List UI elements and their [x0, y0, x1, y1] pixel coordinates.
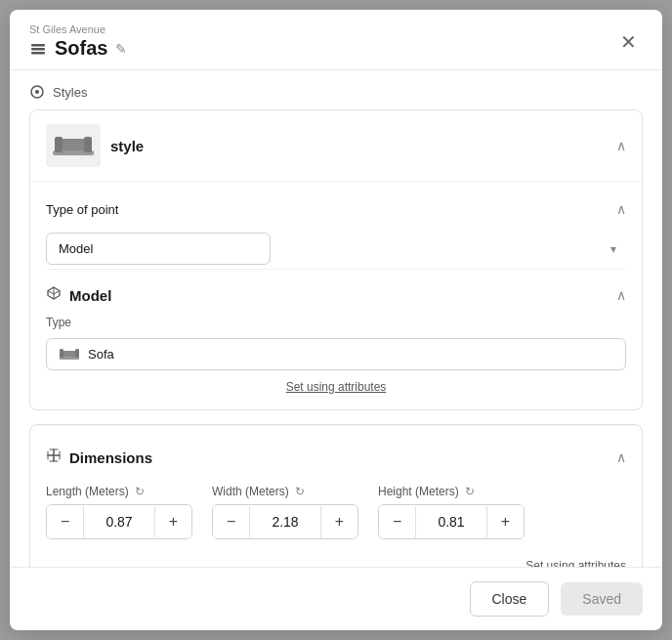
length-decrement-button[interactable]: − — [47, 505, 83, 538]
svg-rect-0 — [31, 48, 45, 51]
length-label: Length (Meters) — [46, 485, 129, 498]
styles-section-header: Styles — [29, 70, 643, 109]
modal-footer: Close Saved — [10, 567, 662, 630]
width-stepper: − 2.18 + — [212, 504, 358, 539]
width-label-row: Width (Meters) ↻ — [212, 485, 358, 498]
select-arrow-icon: ▾ — [610, 242, 616, 256]
page-title: Sofas — [55, 37, 107, 60]
modal-overlay: St Giles Avenue Sofas ✎ ✕ — [0, 0, 672, 640]
type-of-point-chevron-icon: ∧ — [616, 201, 626, 217]
model-subsection: Model ∧ Type — [46, 269, 626, 394]
dimensions-card: Dimensions ∧ Length (Meters) ↻ — [29, 424, 643, 567]
svg-rect-8 — [84, 137, 92, 152]
dimensions-set-link[interactable]: Set using attributes — [525, 559, 626, 567]
type-select[interactable]: Model Icon Symbol — [46, 233, 271, 265]
style-card-header[interactable]: style ∧ — [30, 110, 642, 181]
length-label-row: Length (Meters) ↻ — [46, 485, 192, 498]
modal-header: St Giles Avenue Sofas ✎ ✕ — [10, 10, 662, 70]
height-stepper: − 0.81 + — [378, 504, 525, 539]
type-of-point-header: Type of point ∧ — [46, 193, 626, 225]
type-row: Sofa — [46, 338, 626, 370]
dimensions-fields: Length (Meters) ↻ − 0.87 + — [46, 485, 626, 539]
model-type-label-text: Type — [46, 316, 71, 329]
style-card: style ∧ Type of point ∧ Model — [29, 109, 643, 410]
styles-icon — [29, 84, 45, 100]
height-label-row: Height (Meters) ↻ — [378, 485, 525, 498]
svg-rect-12 — [75, 349, 79, 358]
modal-title-row: Sofas ✎ — [29, 37, 127, 60]
length-refresh-icon[interactable]: ↻ — [135, 485, 145, 498]
width-refresh-icon[interactable]: ↻ — [295, 485, 305, 498]
save-button[interactable]: Saved — [561, 582, 643, 616]
model-type-label: Type — [46, 313, 626, 330]
style-chevron-icon: ∧ — [616, 138, 626, 153]
dimensions-header[interactable]: Dimensions ∧ — [46, 444, 626, 479]
svg-point-4 — [35, 90, 39, 94]
width-value: 2.18 — [249, 506, 320, 537]
style-card-title: style — [110, 138, 144, 154]
model-chevron-icon: ∧ — [616, 287, 626, 303]
svg-rect-2 — [31, 52, 45, 55]
modal: St Giles Avenue Sofas ✎ ✕ — [10, 10, 662, 630]
modal-header-left: St Giles Avenue Sofas ✎ — [29, 23, 127, 60]
model-section-header[interactable]: Model ∧ — [46, 281, 626, 313]
close-button-footer[interactable]: Close — [470, 581, 550, 617]
dimensions-chevron-icon: ∧ — [616, 449, 626, 465]
breadcrumb: St Giles Avenue — [29, 23, 127, 35]
length-increment-button[interactable]: + — [155, 505, 191, 538]
width-label: Width (Meters) — [212, 485, 289, 498]
svg-rect-7 — [55, 137, 63, 152]
height-increment-button[interactable]: + — [487, 505, 524, 538]
width-decrement-button[interactable]: − — [213, 505, 249, 538]
dimensions-title: Dimensions — [69, 449, 152, 466]
height-label: Height (Meters) — [378, 485, 459, 498]
styles-label: Styles — [53, 85, 87, 100]
svg-rect-1 — [31, 44, 45, 47]
model-title-left: Model — [46, 285, 111, 305]
type-of-point-subsection: Type of point ∧ Model Icon Symbol ▾ — [46, 193, 626, 265]
dimensions-icon — [46, 448, 62, 467]
height-field: Height (Meters) ↻ − 0.81 + — [378, 485, 525, 539]
close-icon: ✕ — [620, 31, 637, 53]
width-field: Width (Meters) ↻ − 2.18 + — [212, 485, 358, 539]
model-cube-icon — [46, 285, 62, 305]
model-type-value: Sofa — [88, 347, 114, 362]
width-increment-button[interactable]: + — [321, 505, 357, 538]
dimensions-card-body: Dimensions ∧ Length (Meters) ↻ — [30, 425, 642, 567]
layers-icon — [29, 40, 47, 58]
dimensions-section: Dimensions ∧ Length (Meters) ↻ — [46, 444, 626, 567]
edit-icon[interactable]: ✎ — [115, 41, 127, 57]
dimensions-set-link-wrapper: Set using attributes — [46, 549, 626, 567]
type-select-wrapper: Model Icon Symbol ▾ — [46, 233, 626, 265]
modal-body: Styles style — [10, 70, 662, 567]
style-card-body: Type of point ∧ Model Icon Symbol ▾ — [30, 181, 642, 409]
height-refresh-icon[interactable]: ↻ — [465, 485, 475, 498]
style-card-title-left: style — [46, 124, 144, 167]
length-field: Length (Meters) ↻ − 0.87 + — [46, 485, 192, 539]
sofa-type-icon — [59, 348, 80, 361]
height-decrement-button[interactable]: − — [379, 505, 415, 538]
length-value: 0.87 — [83, 506, 154, 537]
close-button[interactable]: ✕ — [614, 30, 643, 54]
svg-rect-11 — [60, 349, 63, 358]
style-thumbnail — [46, 124, 101, 167]
dimensions-title-left: Dimensions — [46, 448, 152, 467]
model-section-title: Model — [69, 287, 111, 304]
model-set-link[interactable]: Set using attributes — [46, 380, 626, 394]
type-of-point-label: Type of point — [46, 202, 118, 217]
length-stepper: − 0.87 + — [46, 504, 192, 539]
height-value: 0.81 — [415, 506, 486, 537]
